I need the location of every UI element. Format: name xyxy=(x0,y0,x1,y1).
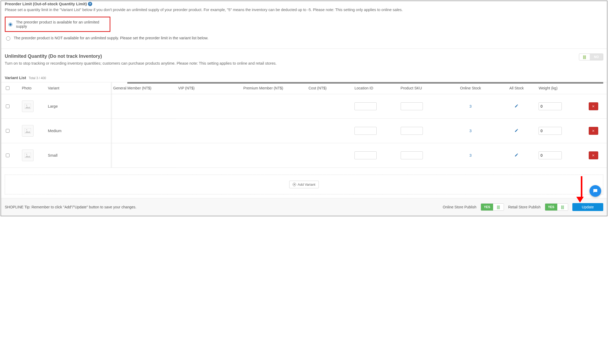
col-variant: Variant xyxy=(46,82,111,94)
weight-input[interactable] xyxy=(539,127,562,135)
table-row: Small3 xyxy=(1,143,607,167)
toggle-yes-label: YES xyxy=(481,204,493,210)
unlimited-qty-title: Unlimited Quantity (Do not track Invento… xyxy=(5,54,603,59)
unlimited-qty-toggle[interactable]: ||| NO xyxy=(579,54,603,60)
table-row: Medium3 xyxy=(1,118,607,143)
col-cost: Cost (NT$) xyxy=(306,82,352,94)
svg-point-5 xyxy=(26,154,27,155)
col-location-id: Location ID xyxy=(352,82,398,94)
edit-all-stock-icon[interactable] xyxy=(515,154,518,158)
edit-all-stock-icon[interactable] xyxy=(515,129,518,133)
variant-name: Large xyxy=(46,94,111,118)
weight-input[interactable] xyxy=(539,151,562,159)
toggle-yes-label: YES xyxy=(545,204,557,210)
retail-store-publish-label: Retail Store Publish xyxy=(508,205,541,209)
preorder-unlimited-option[interactable]: The preorder product is available for an… xyxy=(7,18,108,31)
weight-input[interactable] xyxy=(539,102,562,110)
online-stock-link[interactable]: 3 xyxy=(469,128,471,133)
preorder-limited-option[interactable]: The preorder product is NOT available fo… xyxy=(5,33,603,43)
select-all-checkbox[interactable] xyxy=(6,86,10,90)
preorder-limited-label: The preorder product is NOT available fo… xyxy=(14,36,208,40)
delete-row-button[interactable] xyxy=(589,151,598,159)
add-variant-label: Add Variant xyxy=(298,183,315,186)
toggle-handle-icon: ||| xyxy=(493,204,504,210)
online-store-publish-label: Online Store Publish xyxy=(443,205,476,209)
location-id-input[interactable] xyxy=(354,127,377,135)
col-weight: Weight (kg) xyxy=(536,82,582,94)
variant-name: Small xyxy=(46,143,111,167)
online-store-publish-toggle[interactable]: YES ||| xyxy=(481,203,504,211)
photo-placeholder[interactable] xyxy=(22,125,34,137)
add-variant-wrap: + Add Variant xyxy=(5,175,603,194)
row-checkbox[interactable] xyxy=(6,104,10,108)
col-online-stock: Online Stock xyxy=(445,82,497,94)
product-sku-input[interactable] xyxy=(401,127,423,135)
delete-row-button[interactable] xyxy=(589,102,598,110)
online-stock-link[interactable]: 3 xyxy=(469,153,471,157)
toggle-no-label: NO xyxy=(590,54,603,60)
location-id-input[interactable] xyxy=(354,102,377,110)
product-sku-input[interactable] xyxy=(401,102,423,110)
col-all-stock: All Stock xyxy=(497,82,536,94)
col-general-member: General Member (NT$) xyxy=(111,82,176,94)
preorder-limit-title: Preorder Limit (Out-of-stock Quantity Li… xyxy=(5,2,603,6)
svg-point-1 xyxy=(26,105,27,106)
table-row: Large3 xyxy=(1,94,607,118)
col-photo: Photo xyxy=(20,82,46,94)
highlight-box: The preorder product is available for an… xyxy=(5,17,110,32)
footer-tip: SHOPLINE Tip: Remember to click "Add"/"U… xyxy=(5,205,136,209)
plus-icon: + xyxy=(293,183,296,186)
add-variant-button[interactable]: + Add Variant xyxy=(289,181,319,188)
preorder-limited-radio[interactable] xyxy=(6,36,10,41)
photo-placeholder[interactable] xyxy=(22,150,34,161)
location-id-input[interactable] xyxy=(354,151,377,159)
toggle-handle-icon: ||| xyxy=(579,54,590,60)
col-premium-member: Premium Member (NT$) xyxy=(241,82,306,94)
horizontal-scrollbar[interactable] xyxy=(127,82,603,84)
chat-icon[interactable] xyxy=(590,185,601,197)
preorder-unlimited-radio[interactable] xyxy=(8,22,12,27)
variant-list-count: Total 3 / 400 xyxy=(29,76,46,80)
preorder-unlimited-label: The preorder product is available for an… xyxy=(16,20,108,28)
preorder-limit-desc: Please set a quantity limit in the "Vari… xyxy=(5,7,603,13)
help-icon[interactable]: ? xyxy=(88,2,92,6)
photo-placeholder[interactable] xyxy=(22,100,34,112)
row-checkbox[interactable] xyxy=(6,129,10,133)
svg-point-3 xyxy=(26,129,27,130)
product-sku-input[interactable] xyxy=(401,151,423,159)
delete-row-button[interactable] xyxy=(589,127,598,135)
col-vip: VIP (NT$) xyxy=(176,82,241,94)
update-button[interactable]: Update xyxy=(572,203,603,211)
variant-list-title: Variant List xyxy=(5,75,26,80)
online-stock-link[interactable]: 3 xyxy=(469,104,471,108)
unlimited-qty-desc: Turn on to stop tracking or recording in… xyxy=(5,61,603,66)
retail-store-publish-toggle[interactable]: YES ||| xyxy=(545,203,568,211)
variant-name: Medium xyxy=(46,118,111,143)
edit-all-stock-icon[interactable] xyxy=(515,104,518,109)
col-product-sku: Product SKU xyxy=(399,82,445,94)
row-checkbox[interactable] xyxy=(6,154,10,157)
toggle-handle-icon: ||| xyxy=(557,204,568,210)
